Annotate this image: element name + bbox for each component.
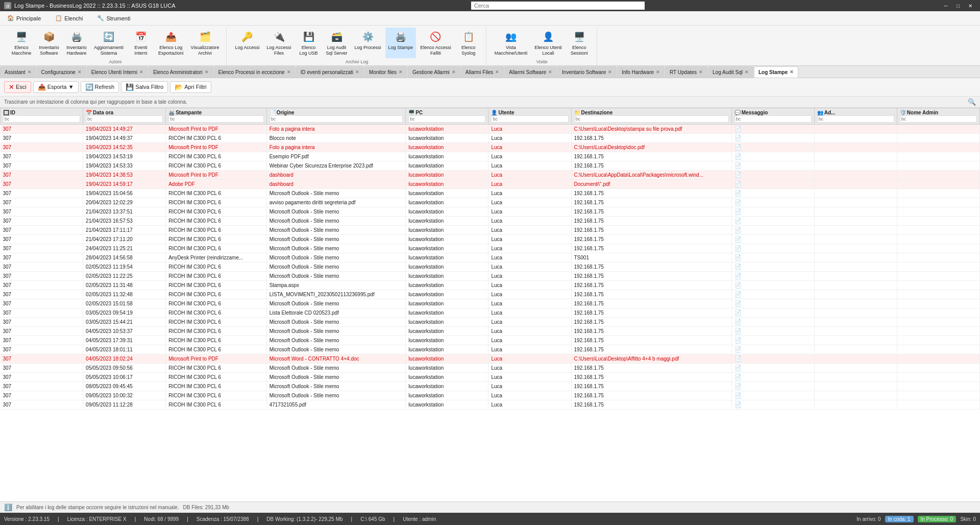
table-row[interactable]: 307 04/05/2023 17:39:31 RICOH IM C300 PC… — [1, 336, 980, 345]
col-nome-admin-filter[interactable] — [900, 115, 977, 123]
ribbon-elenco-log-esportazioni[interactable]: 📤Elenco LogEsportazioni — [155, 28, 187, 58]
open-filters-button[interactable]: 📂 Apri Filtri — [170, 81, 211, 93]
table-row[interactable]: 307 21/04/2023 17:11:17 RICOH IM C300 PC… — [1, 225, 980, 234]
table-row[interactable]: 307 19/04/2023 14:53:33 RICOH IM C300 PC… — [1, 161, 980, 170]
col-pc[interactable]: 🖥️ PC — [406, 108, 488, 124]
tab-rt-updates-close[interactable]: ✕ — [699, 69, 703, 75]
col-stampante-filter[interactable] — [168, 115, 263, 123]
ribbon-log-audit-sql[interactable]: 🗃️Log AuditSql Server — [323, 28, 351, 58]
col-nome-admin[interactable]: 🛡️ Nome Admin — [897, 108, 979, 124]
table-row[interactable]: 307 04/05/2023 10:53:37 RICOH IM C300 PC… — [1, 326, 980, 336]
table-row[interactable]: 307 19/04/2023 15:04:56 RICOH IM C300 PC… — [1, 188, 980, 198]
ribbon-log-stampe[interactable]: 🖨️Log Stampe — [385, 28, 416, 58]
table-row[interactable]: 307 21/04/2023 16:57:53 RICOH IM C300 PC… — [1, 216, 980, 225]
global-search[interactable] — [471, 2, 645, 10]
table-row[interactable]: 307 05/05/2023 09:50:56 RICOH IM C300 PC… — [1, 363, 980, 372]
tab-allarmi-software-close[interactable]: ✕ — [548, 69, 552, 75]
tab-allarmi-files-close[interactable]: ✕ — [495, 69, 499, 75]
ribbon-elenco-utenti-locali[interactable]: 👤Elenco UtentiLocali — [531, 28, 565, 58]
table-row[interactable]: 307 21/04/2023 13:37:51 RICOH IM C300 PC… — [1, 207, 980, 216]
close-button[interactable]: ✕ — [965, 0, 976, 11]
tab-id-eventi-close[interactable]: ✕ — [355, 69, 359, 75]
col-ad[interactable]: 👥 Ad... — [814, 108, 897, 124]
table-row[interactable]: 307 08/05/2023 09:45:45 RICOH IM C300 PC… — [1, 381, 980, 391]
table-row[interactable]: 307 19/04/2023 14:52:35 Microsoft Print … — [1, 142, 980, 152]
col-origine-filter[interactable] — [270, 115, 403, 123]
tab-elenco-amministratori[interactable]: Elenco Amministratori ✕ — [149, 66, 213, 78]
table-row[interactable]: 307 04/05/2023 18:01:11 RICOH IM C300 PC… — [1, 345, 980, 354]
tab-elenco-processi-close[interactable]: ✕ — [287, 69, 291, 75]
col-data-ora[interactable]: 📅 Data ora — [83, 108, 166, 124]
col-stampante[interactable]: 🖨️ Stampante — [166, 108, 266, 124]
menu-strumenti[interactable]: 🔧 Strumenti — [90, 11, 137, 26]
table-row[interactable]: 307 09/05/2023 11:12:28 RICOH IM C300 PC… — [1, 400, 980, 409]
tab-monitor-files-close[interactable]: ✕ — [399, 69, 403, 75]
table-row[interactable]: 307 19/04/2023 14:49:27 Microsoft Print … — [1, 124, 980, 133]
table-row[interactable]: 307 02/05/2023 11:19:54 RICOH IM C300 PC… — [1, 262, 980, 271]
tab-inventario-software-close[interactable]: ✕ — [608, 69, 612, 75]
col-messaggio[interactable]: 💬 Messaggio — [731, 108, 814, 124]
col-destinazione[interactable]: 📁 Destinazione — [571, 108, 731, 124]
col-ad-filter[interactable] — [817, 115, 894, 123]
tab-log-stampe-close[interactable]: ✕ — [790, 69, 794, 75]
tab-gestione-allarmi[interactable]: Gestione Allarmi ✕ — [408, 66, 460, 78]
ribbon-vista-macchine-utenti[interactable]: 👥VistaMacchine/Utenti — [492, 28, 531, 58]
tab-info-hardware-close[interactable]: ✕ — [656, 69, 660, 75]
tab-log-stampe[interactable]: Log Stampe ✕ — [754, 66, 798, 78]
tab-elenco-utenti-interni-close[interactable]: ✕ — [139, 69, 143, 75]
tab-configurazione[interactable]: Configurazione ✕ — [37, 66, 86, 78]
table-row[interactable]: 307 02/05/2023 11:22:25 RICOH IM C300 PC… — [1, 271, 980, 280]
col-destinazione-filter[interactable] — [574, 115, 729, 123]
col-origine[interactable]: 📄 Origine — [266, 108, 406, 124]
table-row[interactable]: 307 05/05/2023 10:06:17 RICOH IM C300 PC… — [1, 372, 980, 381]
minimize-button[interactable]: ─ — [940, 0, 951, 11]
table-row[interactable]: 307 09/05/2023 10:00:32 RICOH IM C300 PC… — [1, 391, 980, 400]
ribbon-elenco-log-usb[interactable]: 💾ElencoLog USB — [296, 28, 322, 58]
col-utente-filter[interactable] — [491, 115, 568, 123]
tab-assistant-close[interactable]: ✕ — [28, 69, 32, 75]
maximize-button[interactable]: □ — [952, 0, 964, 11]
tab-rt-updates[interactable]: RT Updates ✕ — [665, 66, 707, 78]
tab-configurazione-close[interactable]: ✕ — [78, 69, 82, 75]
ribbon-elenco-macchine[interactable]: 🖥️ElencoMacchine — [8, 28, 35, 58]
ribbon-elenco-accessi-falliti[interactable]: 🚫Elenco AccessiFalliti — [417, 28, 454, 58]
table-row[interactable]: 307 19/04/2023 14:49:37 RICOH IM C300 PC… — [1, 133, 980, 142]
table-row[interactable]: 307 28/04/2023 14:56:58 AnyDesk Printer … — [1, 253, 980, 262]
table-row[interactable]: 307 19/04/2023 14:59:17 Adobe PDF dashbo… — [1, 179, 980, 188]
table-row[interactable]: 307 02/05/2023 11:31:48 RICOH IM C300 PC… — [1, 280, 980, 290]
tab-log-audit-sql[interactable]: Log Audit Sql ✕ — [708, 66, 753, 78]
col-id-filter[interactable] — [3, 115, 80, 123]
table-row[interactable]: 307 02/05/2023 11:32:48 RICOH IM C300 PC… — [1, 290, 980, 299]
menu-elenchi[interactable]: 📋 Elenchi — [48, 11, 90, 26]
ribbon-log-processi[interactable]: ⚙️Log Processi — [352, 28, 384, 58]
exit-button[interactable]: ✕ Esci — [4, 81, 31, 93]
tab-inventario-software[interactable]: Inventario Software ✕ — [557, 66, 617, 78]
table-row[interactable]: 307 04/05/2023 18:02:24 Microsoft Print … — [1, 354, 980, 363]
table-row[interactable]: 307 19/04/2023 14:53:19 RICOH IM C300 PC… — [1, 152, 980, 161]
save-filter-button[interactable]: 💾 Salva Filtro — [121, 81, 168, 93]
table-row[interactable]: 307 03/05/2023 15:44:21 RICOH IM C300 PC… — [1, 317, 980, 326]
tab-monitor-files[interactable]: Monitor files ✕ — [364, 66, 407, 78]
table-row[interactable]: 307 20/04/2023 12:02:29 RICOH IM C300 PC… — [1, 198, 980, 207]
tab-gestione-allarmi-close[interactable]: ✕ — [452, 69, 456, 75]
tab-allarmi-files[interactable]: Allarmi Files ✕ — [461, 66, 504, 78]
ribbon-visualizzatore-archivi[interactable]: 🗂️VisualizzatoreArchivi — [188, 28, 223, 58]
table-row[interactable]: 307 24/04/2023 11:25:21 RICOH IM C300 PC… — [1, 244, 980, 253]
ribbon-inventario-software[interactable]: 📦InventarioSoftware — [36, 28, 62, 58]
refresh-button[interactable]: 🔄 Refresh — [81, 81, 119, 93]
ribbon-aggiornamenti-sistema[interactable]: 🔄AggiornamentiSistema — [91, 28, 127, 58]
col-messaggio-filter[interactable] — [734, 115, 812, 123]
ribbon-elenco-syslog[interactable]: 📋ElencoSyslog — [455, 28, 482, 58]
col-pc-filter[interactable] — [408, 115, 485, 123]
table-row[interactable]: 307 21/04/2023 17:11:20 RICOH IM C300 PC… — [1, 234, 980, 244]
ribbon-elenco-sessioni[interactable]: 🖥️ElencoSessioni — [566, 28, 593, 58]
tab-elenco-utenti-interni[interactable]: Elenco Utenti Interni ✕ — [87, 66, 148, 78]
table-row[interactable]: 307 02/05/2023 15:01:58 RICOH IM C300 PC… — [1, 299, 980, 308]
export-button[interactable]: 📤 Esporta ▼ — [33, 81, 79, 93]
tab-info-hardware[interactable]: Info Hardware ✕ — [617, 66, 665, 78]
menu-principale[interactable]: 🏠 Principale — [0, 11, 48, 26]
ribbon-inventario-hardware[interactable]: 🖨️InventarioHardware — [63, 28, 90, 58]
ribbon-eventi-interni[interactable]: 📅EventiInterni — [128, 28, 154, 58]
col-data-filter[interactable] — [86, 115, 163, 123]
tab-allarmi-software[interactable]: Allarmi Software ✕ — [504, 66, 557, 78]
